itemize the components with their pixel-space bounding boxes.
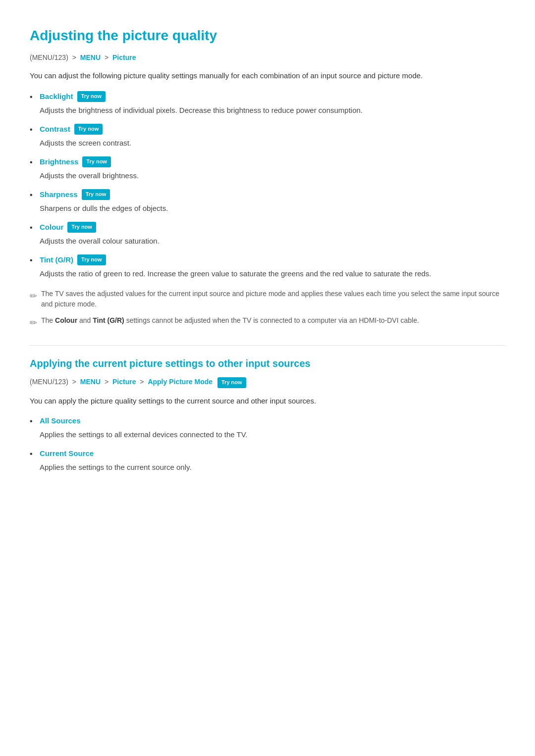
brightness-try-now[interactable]: Try now [82,156,111,167]
section2-list: All Sources Applies the settings to all … [30,415,505,473]
backlight-desc: Adjusts the brightness of individual pix… [40,104,505,116]
all-sources-label[interactable]: All Sources [40,415,81,427]
list-item-contrast: Contrast Try now Adjusts the screen cont… [30,123,505,149]
note2-after: settings cannot be adjusted when the TV … [124,316,419,324]
tint-try-now[interactable]: Try now [77,254,106,265]
list-item-current-source: Current Source Applies the settings to t… [30,448,505,473]
s2-breadcrumb-arrow1: > [72,378,76,386]
sharpness-try-now[interactable]: Try now [82,189,110,200]
colour-label[interactable]: Colour [40,221,63,233]
section2-breadcrumb: (MENU/123) > MENU > Picture > Apply Pict… [30,376,505,388]
note2-middle: and [77,316,93,324]
section-divider [30,345,505,346]
note-icon-2: ✏ [30,316,37,330]
backlight-label[interactable]: Backlight [40,91,73,102]
contrast-label[interactable]: Contrast [40,123,70,135]
note2-tint-highlight: Tint (G/R) [93,316,124,324]
contrast-try-now[interactable]: Try now [74,124,103,135]
note-2: ✏ The Colour and Tint (G/R) settings can… [30,315,505,330]
note2-colour-highlight: Colour [55,316,77,324]
s2-breadcrumb-arrow2: > [105,378,108,386]
colour-desc: Adjusts the overall colour saturation. [40,235,505,247]
breadcrumb-menu123: (MENU/123) [30,53,68,61]
colour-try-now[interactable]: Try now [67,222,96,233]
all-sources-desc: Applies the settings to all external dev… [40,429,505,441]
breadcrumb-arrow2: > [105,53,108,61]
s2-breadcrumb-arrow3: > [140,378,144,386]
brightness-desc: Adjusts the overall brightness. [40,170,505,182]
s2-breadcrumb-menu123: (MENU/123) [30,378,68,386]
note-text-2: The Colour and Tint (G/R) settings canno… [41,315,419,326]
s2-breadcrumb-menu[interactable]: MENU [80,378,101,386]
list-item-tint: Tint (G/R) Try now Adjusts the ratio of … [30,254,505,280]
contrast-desc: Adjusts the screen contrast. [40,137,505,149]
list-item-backlight: Backlight Try now Adjusts the brightness… [30,91,505,116]
current-source-label[interactable]: Current Source [40,448,94,459]
section2-title: Applying the current picture settings to… [30,355,505,371]
note2-before: The [41,316,55,324]
list-item-colour: Colour Try now Adjusts the overall colou… [30,221,505,247]
intro-text: You can adjust the following picture qua… [30,70,505,82]
breadcrumb-menu[interactable]: MENU [80,53,101,61]
section2-intro: You can apply the picture quality settin… [30,395,505,407]
tint-label[interactable]: Tint (G/R) [40,254,73,266]
list-item-all-sources: All Sources Applies the settings to all … [30,415,505,441]
list-item-sharpness: Sharpness Try now Sharpens or dulls the … [30,189,505,214]
brightness-label[interactable]: Brightness [40,156,78,168]
backlight-try-now[interactable]: Try now [77,91,106,102]
sharpness-label[interactable]: Sharpness [40,189,78,201]
s2-breadcrumb-picture[interactable]: Picture [112,378,136,386]
tint-desc: Adjusts the ratio of green to red. Incre… [40,268,505,280]
list-item-brightness: Brightness Try now Adjusts the overall b… [30,156,505,182]
sharpness-desc: Sharpens or dulls the edges of objects. [40,202,505,214]
note-text-1: The TV saves the adjusted values for the… [41,289,505,309]
s2-try-now[interactable]: Try now [217,377,246,388]
settings-list: Backlight Try now Adjusts the brightness… [30,91,505,280]
note-icon-1: ✏ [30,289,37,303]
breadcrumb: (MENU/123) > MENU > Picture [30,52,505,63]
breadcrumb-arrow1: > [72,53,76,61]
current-source-desc: Applies the settings to the current sour… [40,461,505,473]
breadcrumb-picture[interactable]: Picture [112,53,136,61]
page-title: Adjusting the picture quality [30,25,505,47]
s2-breadcrumb-apply[interactable]: Apply Picture Mode [148,378,213,386]
note-1: ✏ The TV saves the adjusted values for t… [30,289,505,309]
